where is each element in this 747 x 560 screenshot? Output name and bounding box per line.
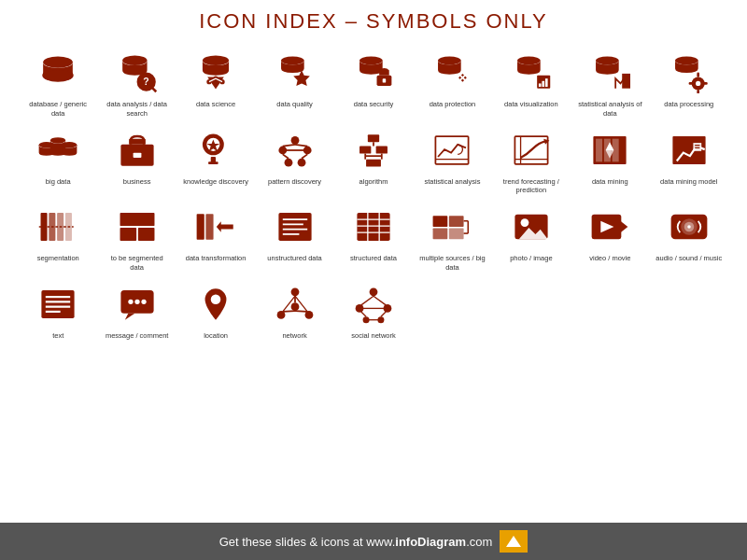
icon-label: multiple sources / big data [418,254,486,273]
icon-row-1: database / generic data ? data analysis … [19,45,728,122]
data-mining-icon [585,126,634,175]
svg-point-27 [696,81,700,86]
list-item: ? data analysis / data search [97,45,176,122]
message-comment-icon [113,280,162,329]
data-quality-icon [271,49,319,97]
statistical-analysis-icon [585,49,634,97]
data-security-icon [349,49,398,97]
list-item: unstructured data [255,199,333,276]
list-item: social network [334,276,413,344]
svg-rect-84 [278,213,311,241]
svg-rect-23 [545,78,548,87]
list-item: data mining model [650,122,728,200]
list-item: multiple sources / big data [413,199,491,276]
svg-point-24 [596,56,619,64]
svg-rect-97 [449,216,464,227]
page-title: ICON INDEX – SYMBOLS ONLY [199,9,548,34]
svg-point-42 [284,158,292,166]
footer-brand: infoDiagram [395,535,466,549]
svg-point-0 [43,56,73,67]
multiple-sources-icon [428,203,476,251]
icon-label: pattern discovery [268,177,321,187]
svg-point-133 [370,287,378,296]
svg-point-111 [687,225,691,229]
big-data-icon [34,126,82,175]
svg-rect-22 [542,81,544,87]
business-icon [113,126,162,175]
footer-domain: .com [466,535,492,549]
list-item: location [176,276,255,344]
svg-point-121 [134,299,139,303]
svg-rect-64 [596,138,602,161]
icon-label: algorithm [359,177,388,187]
data-mining-model-icon [665,126,713,175]
icon-label: statistical analysis [424,177,480,187]
icon-label: to be segmented data [104,254,171,273]
knowledge-discovery-icon [191,126,240,175]
unstructured-data-icon [271,203,319,251]
list-item: network [255,276,333,344]
icon-row-2: big data business [19,122,728,200]
list-item: database / generic data [19,45,97,122]
list-item-empty [413,276,491,344]
icon-label: business [123,177,151,187]
to-be-segmented-icon [113,203,162,251]
icon-label: data transformation [186,254,247,263]
svg-line-44 [282,144,294,146]
icon-row-3: segmentation to be segmented data [19,199,728,276]
list-item: data protection [413,45,491,122]
icon-label: segmentation [37,254,79,263]
list-item: big data [19,122,97,200]
audio-sound-icon [665,203,713,251]
svg-rect-52 [366,159,381,166]
icon-label: data protection [430,100,476,109]
list-item: data quality [255,45,333,122]
list-item: pattern discovery [255,122,333,200]
svg-rect-70 [693,143,701,151]
icon-label: photo / image [510,254,552,263]
text-icon [34,280,82,329]
svg-rect-79 [120,228,136,241]
svg-point-123 [211,294,221,304]
icon-label: data mining model [660,177,717,187]
list-item: video / movie [571,199,649,276]
svg-rect-82 [206,214,214,240]
svg-point-7 [203,56,229,66]
icon-row-4: text message / comment [19,276,728,344]
svg-rect-21 [539,83,542,87]
svg-rect-32 [129,138,146,144]
photo-image-icon [507,203,556,251]
icon-label: data mining [592,177,628,187]
list-item: text [19,276,97,344]
svg-point-124 [290,287,299,296]
svg-rect-38 [208,161,218,164]
svg-point-103 [520,218,529,227]
svg-rect-89 [357,213,389,241]
list-item-empty [650,276,728,344]
stat-analysis-icon [428,126,476,175]
svg-point-127 [290,302,299,311]
svg-line-139 [374,296,386,305]
list-item: data visualization [492,45,571,122]
list-item: message / comment [97,276,176,344]
svg-line-130 [295,311,307,312]
svg-line-140 [361,311,366,315]
icon-label: data security [354,100,394,109]
svg-marker-106 [621,221,628,232]
svg-point-19 [517,56,541,64]
icon-label: network [282,331,306,341]
icon-label: video / movie [589,254,630,263]
list-item: audio / sound / music [650,199,728,276]
svg-point-2 [122,56,147,66]
algorithm-icon [349,126,398,175]
icon-label: social network [351,331,396,341]
video-movie-icon [585,203,634,251]
list-item: data science [176,45,255,122]
svg-rect-113 [42,290,75,318]
list-item: structured data [334,199,413,276]
database-icon [34,49,82,97]
list-item: algorithm [334,122,413,200]
list-item: business [97,122,176,200]
list-item: segmentation [19,199,97,276]
icon-label: data quality [276,100,312,109]
